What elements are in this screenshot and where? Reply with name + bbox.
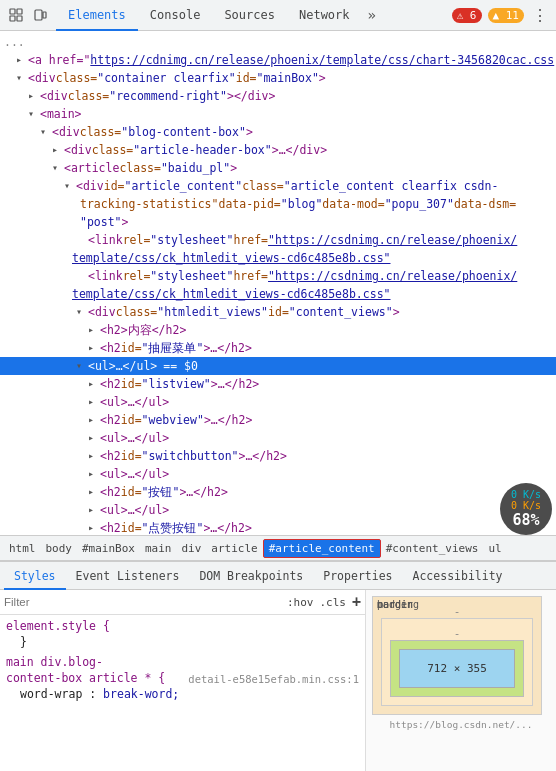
arrow-icon[interactable] [88,429,100,447]
arrow-icon[interactable] [76,303,88,321]
dom-line[interactable]: <ul>…</ul> [0,501,556,519]
dom-line[interactable]: <div id="article_content" class="article… [0,177,556,195]
arrow-icon[interactable] [88,393,100,411]
box-content: 712 × 355 [399,649,515,688]
dom-line[interactable]: <h2 id="webview" >…</h2> [0,411,556,429]
arrow-icon[interactable] [16,51,28,69]
box-margin: margin - border - padding 712 × 355 [372,596,542,715]
device-icon[interactable] [30,5,50,25]
toolbar-left-icons [6,5,50,25]
arrow-icon[interactable] [76,357,88,375]
dom-line[interactable]: <a href="https://cdnimg.cn/release/phoen… [0,51,556,69]
arrow-icon[interactable] [88,483,100,501]
dom-line[interactable]: <div class="htmledit_views" id="content_… [0,303,556,321]
css-selector2: content-box article * { [6,671,165,685]
box-url: https://blog.csdn.net/... [372,719,550,730]
css-prop-closing: } [6,635,359,649]
dom-line[interactable]: <div class="article-header-box" >…</div> [0,141,556,159]
arrow-icon[interactable] [88,519,100,535]
svg-rect-1 [17,9,22,14]
tab-properties[interactable]: Properties [313,562,402,590]
toolbar-right: ⚠ 6 ▲ 11 ⋮ [452,5,550,25]
dom-line[interactable]: <h2>内容</h2> [0,321,556,339]
dom-line[interactable]: template/css/ck_htmledit_views-cd6c485e8… [0,285,556,303]
dom-line[interactable]: <link rel="stylesheet" href="https://csd… [0,267,556,285]
warn-badge: ▲ 11 [488,8,525,23]
arrow-icon[interactable] [88,375,100,393]
breadcrumb-html[interactable]: html [4,540,41,557]
svg-rect-3 [17,16,22,21]
arrow-icon[interactable] [88,465,100,483]
settings-menu-icon[interactable]: ⋮ [530,5,550,25]
dom-line[interactable]: <ul>…</ul> [0,429,556,447]
arrow-icon[interactable] [28,87,40,105]
arrow-icon[interactable] [88,321,100,339]
dom-line[interactable]: <h2 id="点赞按钮" >…</h2> [0,519,556,535]
dom-line[interactable]: <h2 id="listview" >…</h2> [0,375,556,393]
lower-content: :hov .cls + element.style { } main div.b… [0,590,556,771]
arrow-icon[interactable] [88,339,100,357]
breadcrumb-body[interactable]: body [41,540,78,557]
svg-rect-4 [35,10,42,20]
filter-pseudo[interactable]: :hov [287,596,314,609]
dom-line[interactable]: <div class="container clearfix" id="main… [0,69,556,87]
dom-line[interactable]: <h2 id="switchbutton" >…</h2> [0,447,556,465]
breadcrumb-main[interactable]: main [140,540,177,557]
breadcrumb-article-content[interactable]: #article_content [263,539,381,558]
dom-line[interactable]: "post"> [0,213,556,231]
tab-network[interactable]: Network [287,0,362,31]
breadcrumb-content-views[interactable]: #content_views [381,540,484,557]
dom-line[interactable]: tracking-statistics" data-pid="blog" dat… [0,195,556,213]
tab-styles[interactable]: Styles [4,562,66,590]
svg-rect-0 [10,9,15,14]
dom-line[interactable]: <link rel="stylesheet" href="https://csd… [0,231,556,249]
arrow-icon[interactable] [88,411,100,429]
filter-input[interactable] [4,596,281,608]
breadcrumb-ul[interactable]: ul [483,540,506,557]
error-badge: ⚠ 6 [452,8,482,23]
dom-line[interactable]: <ul>…</ul> [0,465,556,483]
tab-accessibility[interactable]: Accessibility [403,562,513,590]
tab-sources[interactable]: Sources [212,0,287,31]
css-prop: word-wrap : break-word; [6,687,359,701]
dom-line[interactable]: <div class="recommend-right" ></div> [0,87,556,105]
dom-line-selected[interactable]: <ul>…</ul> == $0 [0,357,556,375]
filter-cls[interactable]: .cls [319,596,346,609]
breadcrumb-div[interactable]: div [176,540,206,557]
breadcrumb-mainbox[interactable]: #mainBox [77,540,140,557]
css-source: detail-e58e15efab.min.css:1 [188,673,359,685]
dom-line[interactable]: <div class="blog-content-box" > [0,123,556,141]
devtools-toolbar: Elements Console Sources Network » ⚠ 6 ▲… [0,0,556,31]
main-tabs: Elements Console Sources Network » [56,0,446,31]
arrow-icon[interactable] [28,105,40,123]
tab-elements[interactable]: Elements [56,0,138,31]
arrow-icon[interactable] [88,447,100,465]
more-tabs-icon[interactable]: » [362,0,382,31]
breadcrumb-article[interactable]: article [206,540,262,557]
inspect-icon[interactable] [6,5,26,25]
dom-line[interactable]: <ul>…</ul> [0,393,556,411]
dom-line[interactable]: <main> [0,105,556,123]
arrow-icon[interactable] [52,141,64,159]
main-panel: ... <a href="https://cdnimg.cn/release/p… [0,31,556,771]
filter-add-icon[interactable]: + [352,593,361,611]
box-model-panel: margin - border - padding 712 × 355 [366,590,556,771]
filter-bar: :hov .cls + [0,590,365,615]
svg-rect-2 [10,16,15,21]
arrow-icon[interactable] [40,123,52,141]
tab-console[interactable]: Console [138,0,213,31]
css-selector: main div.blog- [6,655,103,669]
tab-event-listeners[interactable]: Event Listeners [66,562,190,590]
arrow-icon[interactable] [64,177,76,195]
arrow-icon[interactable] [52,159,64,177]
dom-line[interactable]: <article class="baidu_pl" > [0,159,556,177]
dom-tree[interactable]: ... <a href="https://cdnimg.cn/release/p… [0,31,556,535]
tab-dom-breakpoints[interactable]: DOM Breakpoints [189,562,313,590]
css-rule-main: main div.blog- content-box article * { d… [6,655,359,701]
arrow-icon[interactable] [16,69,28,87]
dom-line[interactable]: template/css/ck_htmledit_views-cd6c485e8… [0,249,556,267]
breadcrumb: html body #mainBox main div article #art… [0,535,556,561]
dom-line[interactable]: <h2 id="抽屉菜单" >…</h2> [0,339,556,357]
arrow-icon[interactable] [88,501,100,519]
dom-line[interactable]: <h2 id="按钮" >…</h2> [0,483,556,501]
